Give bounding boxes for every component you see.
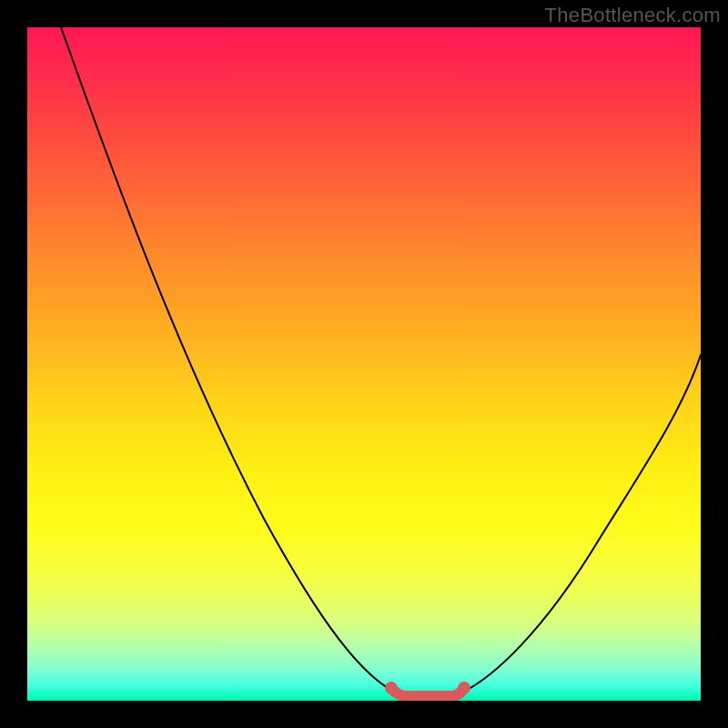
plot-area — [27, 27, 701, 701]
optimal-zone — [391, 688, 464, 696]
watermark-text: TheBottleneck.com — [545, 4, 721, 27]
optimal-start-dot — [385, 682, 398, 694]
curve-svg — [27, 27, 701, 701]
optimal-end-dot — [458, 682, 470, 694]
left-curve — [61, 27, 404, 696]
chart-frame: TheBottleneck.com — [0, 0, 728, 728]
right-curve — [453, 355, 701, 696]
